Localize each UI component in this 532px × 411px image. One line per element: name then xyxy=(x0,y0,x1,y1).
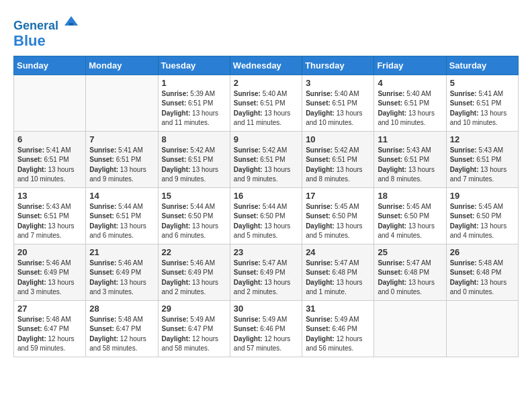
daylight-hours: Daylight: 13 hours and 0 minutes. xyxy=(378,279,434,296)
day-number: 13 xyxy=(17,191,82,201)
day-number: 17 xyxy=(306,191,370,201)
day-info: Sunrise: 5:46 AMSunset: 6:49 PMDaylight:… xyxy=(162,259,226,298)
calendar-table: SundayMondayTuesdayWednesdayThursdayFrid… xyxy=(13,56,519,357)
sunrise-time: Sunrise: 5:49 AM xyxy=(306,316,359,323)
daylight-hours: Daylight: 13 hours and 10 minutes. xyxy=(378,109,434,127)
page-header: General Blue xyxy=(13,13,519,49)
sunset-time: Sunset: 6:50 PM xyxy=(450,212,502,220)
weekday-header-row: SundayMondayTuesdayWednesdayThursdayFrid… xyxy=(14,56,519,75)
day-number: 1 xyxy=(162,78,226,88)
calendar-cell xyxy=(446,300,518,357)
sunset-time: Sunset: 6:51 PM xyxy=(378,156,429,163)
week-row-1: 1Sunrise: 5:39 AMSunset: 6:51 PMDaylight… xyxy=(14,75,519,131)
logo-general: General xyxy=(13,19,58,32)
calendar-cell: 18Sunrise: 5:45 AMSunset: 6:50 PMDayligh… xyxy=(374,187,446,244)
week-row-3: 13Sunrise: 5:43 AMSunset: 6:51 PMDayligh… xyxy=(14,187,519,244)
daylight-hours: Daylight: 13 hours and 3 minutes. xyxy=(89,279,146,296)
sunrise-time: Sunrise: 5:42 AM xyxy=(306,146,359,154)
sunrise-time: Sunrise: 5:45 AM xyxy=(306,203,359,210)
sunset-time: Sunset: 6:51 PM xyxy=(234,99,285,107)
day-number: 20 xyxy=(17,247,82,257)
weekday-monday: Monday xyxy=(86,56,158,75)
sunset-time: Sunset: 6:49 PM xyxy=(17,269,69,276)
daylight-hours: Daylight: 13 hours and 9 minutes. xyxy=(162,166,218,183)
day-info: Sunrise: 5:42 AMSunset: 6:51 PMDaylight:… xyxy=(306,146,370,185)
daylight-hours: Daylight: 13 hours and 11 minutes. xyxy=(234,109,290,127)
day-number: 4 xyxy=(378,78,442,88)
day-info: Sunrise: 5:40 AMSunset: 6:51 PMDaylight:… xyxy=(306,89,370,128)
day-info: Sunrise: 5:49 AMSunset: 6:47 PMDaylight:… xyxy=(162,315,226,354)
sunset-time: Sunset: 6:49 PM xyxy=(89,269,141,276)
sunset-time: Sunset: 6:51 PM xyxy=(234,156,285,163)
sunset-time: Sunset: 6:48 PM xyxy=(306,269,357,276)
day-number: 10 xyxy=(306,134,370,144)
daylight-hours: Daylight: 13 hours and 7 minutes. xyxy=(17,222,74,240)
day-number: 11 xyxy=(378,134,442,144)
sunrise-time: Sunrise: 5:41 AM xyxy=(450,90,503,97)
day-info: Sunrise: 5:45 AMSunset: 6:50 PMDaylight:… xyxy=(378,202,442,241)
day-number: 21 xyxy=(89,247,154,257)
calendar-cell: 15Sunrise: 5:44 AMSunset: 6:50 PMDayligh… xyxy=(158,187,230,244)
svg-rect-1 xyxy=(69,23,73,26)
daylight-hours: Daylight: 12 hours and 59 minutes. xyxy=(17,335,74,353)
sunset-time: Sunset: 6:50 PM xyxy=(378,212,429,220)
calendar-cell: 11Sunrise: 5:43 AMSunset: 6:51 PMDayligh… xyxy=(374,131,446,187)
sunrise-time: Sunrise: 5:46 AM xyxy=(17,259,71,267)
sunrise-time: Sunrise: 5:42 AM xyxy=(234,146,287,154)
sunrise-time: Sunrise: 5:47 AM xyxy=(378,259,431,267)
day-number: 15 xyxy=(162,191,226,201)
sunset-time: Sunset: 6:50 PM xyxy=(306,212,357,220)
sunset-time: Sunset: 6:51 PM xyxy=(89,212,141,220)
calendar-cell: 22Sunrise: 5:46 AMSunset: 6:49 PMDayligh… xyxy=(158,244,230,300)
sunrise-time: Sunrise: 5:45 AM xyxy=(450,203,503,210)
day-info: Sunrise: 5:42 AMSunset: 6:51 PMDaylight:… xyxy=(234,146,298,185)
daylight-hours: Daylight: 13 hours and 10 minutes. xyxy=(306,109,362,127)
daylight-hours: Daylight: 13 hours and 10 minutes. xyxy=(450,109,506,127)
sunset-time: Sunset: 6:49 PM xyxy=(234,269,285,276)
daylight-hours: Daylight: 13 hours and 7 minutes. xyxy=(450,166,506,183)
daylight-hours: Daylight: 13 hours and 2 minutes. xyxy=(234,279,290,296)
weekday-saturday: Saturday xyxy=(446,56,518,75)
day-number: 5 xyxy=(450,78,515,88)
day-info: Sunrise: 5:44 AMSunset: 6:50 PMDaylight:… xyxy=(162,202,226,241)
day-number: 31 xyxy=(306,304,370,314)
day-info: Sunrise: 5:48 AMSunset: 6:48 PMDaylight:… xyxy=(450,259,515,298)
calendar-cell: 9Sunrise: 5:42 AMSunset: 6:51 PMDaylight… xyxy=(230,131,302,187)
sunset-time: Sunset: 6:51 PM xyxy=(306,99,357,107)
sunset-time: Sunset: 6:47 PM xyxy=(17,325,69,332)
sunrise-time: Sunrise: 5:49 AM xyxy=(234,316,287,323)
daylight-hours: Daylight: 13 hours and 4 minutes. xyxy=(378,222,434,240)
daylight-hours: Daylight: 13 hours and 5 minutes. xyxy=(306,222,362,240)
logo-blue: Blue xyxy=(13,32,46,49)
day-info: Sunrise: 5:48 AMSunset: 6:47 PMDaylight:… xyxy=(17,315,82,354)
sunset-time: Sunset: 6:48 PM xyxy=(450,269,502,276)
calendar-cell: 26Sunrise: 5:48 AMSunset: 6:48 PMDayligh… xyxy=(446,244,518,300)
sunset-time: Sunset: 6:51 PM xyxy=(306,156,357,163)
sunrise-time: Sunrise: 5:40 AM xyxy=(306,90,359,97)
calendar-cell: 21Sunrise: 5:46 AMSunset: 6:49 PMDayligh… xyxy=(86,244,158,300)
sunrise-time: Sunrise: 5:48 AM xyxy=(89,316,142,323)
weekday-thursday: Thursday xyxy=(302,56,374,75)
day-number: 24 xyxy=(306,247,370,257)
sunrise-time: Sunrise: 5:47 AM xyxy=(234,259,287,267)
daylight-hours: Daylight: 13 hours and 9 minutes. xyxy=(234,166,290,183)
calendar-cell: 30Sunrise: 5:49 AMSunset: 6:46 PMDayligh… xyxy=(230,300,302,357)
calendar-cell: 27Sunrise: 5:48 AMSunset: 6:47 PMDayligh… xyxy=(14,300,86,357)
day-info: Sunrise: 5:48 AMSunset: 6:47 PMDaylight:… xyxy=(89,315,154,354)
calendar-cell: 13Sunrise: 5:43 AMSunset: 6:51 PMDayligh… xyxy=(14,187,86,244)
daylight-hours: Daylight: 13 hours and 5 minutes. xyxy=(234,222,290,240)
daylight-hours: Daylight: 13 hours and 2 minutes. xyxy=(162,279,218,296)
sunset-time: Sunset: 6:51 PM xyxy=(378,99,429,107)
sunset-time: Sunset: 6:47 PM xyxy=(89,325,141,332)
sunrise-time: Sunrise: 5:46 AM xyxy=(162,259,215,267)
calendar-cell: 24Sunrise: 5:47 AMSunset: 6:48 PMDayligh… xyxy=(302,244,374,300)
calendar-cell: 28Sunrise: 5:48 AMSunset: 6:47 PMDayligh… xyxy=(86,300,158,357)
logo: General Blue xyxy=(13,13,79,49)
day-number: 26 xyxy=(450,247,515,257)
sunset-time: Sunset: 6:51 PM xyxy=(89,156,141,163)
daylight-hours: Daylight: 13 hours and 11 minutes. xyxy=(162,109,218,127)
sunrise-time: Sunrise: 5:49 AM xyxy=(162,316,215,323)
week-row-4: 20Sunrise: 5:46 AMSunset: 6:49 PMDayligh… xyxy=(14,244,519,300)
daylight-hours: Daylight: 13 hours and 9 minutes. xyxy=(89,166,146,183)
sunrise-time: Sunrise: 5:43 AM xyxy=(378,146,431,154)
